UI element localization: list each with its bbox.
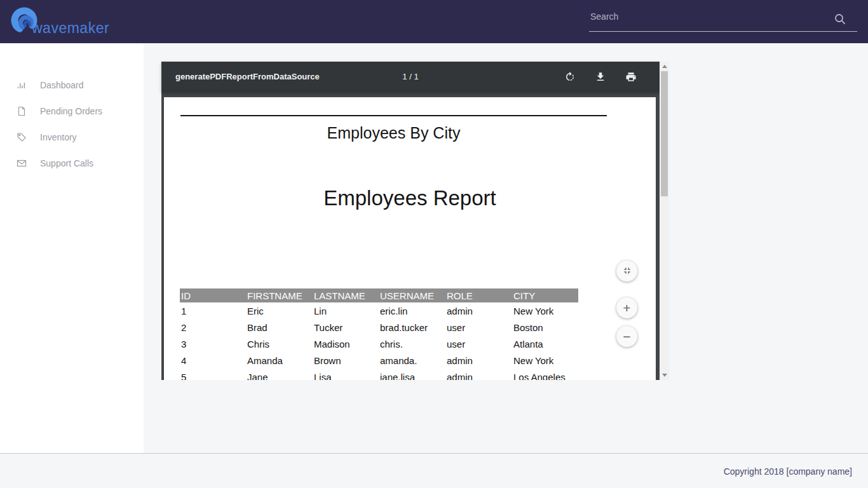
cell-id: 2 bbox=[180, 319, 246, 336]
search-icon[interactable] bbox=[833, 12, 847, 26]
cell-city: Boston bbox=[512, 319, 578, 336]
page-footer: Copyright 2018 [company name] bbox=[0, 453, 868, 488]
cell-lastname: Brown bbox=[313, 352, 379, 369]
cell-city: Los Angeles bbox=[512, 369, 578, 380]
scrollbar-thumb[interactable] bbox=[661, 71, 668, 196]
column-header: CITY bbox=[512, 288, 578, 302]
cell-firstname: Eric bbox=[246, 302, 313, 319]
sidebar-item-support-calls[interactable]: Support Calls bbox=[0, 150, 144, 176]
pdf-viewer: 1 / 1 generatePDFReportFromDataSource bbox=[161, 62, 669, 380]
print-icon[interactable] bbox=[625, 71, 637, 83]
column-header: FIRSTNAME bbox=[246, 288, 313, 302]
document-icon bbox=[17, 106, 27, 116]
cell-city: Atlanta bbox=[512, 336, 578, 352]
cell-lastname: Tucker bbox=[313, 319, 379, 336]
fit-page-icon bbox=[622, 264, 632, 278]
sidebar-item-label: Support Calls bbox=[40, 158, 93, 168]
plus-icon: + bbox=[623, 301, 630, 315]
table-header-row: ID FIRSTNAME LASTNAME USERNAME ROLE CITY bbox=[180, 288, 578, 302]
cell-username: eric.lin bbox=[379, 302, 445, 319]
column-header: ROLE bbox=[445, 288, 512, 302]
cell-role: admin bbox=[445, 352, 512, 369]
cell-role: user bbox=[445, 336, 512, 352]
cell-lastname: Lisa bbox=[313, 369, 379, 380]
cell-username: jane.lisa bbox=[379, 369, 445, 380]
zoom-in-button[interactable]: + bbox=[616, 297, 637, 318]
table-row: 3 Chris Madison chris. user Atlanta bbox=[180, 336, 578, 352]
search-input[interactable] bbox=[590, 11, 825, 22]
cell-username: chris. bbox=[379, 336, 445, 352]
cell-lastname: Lin bbox=[313, 302, 379, 319]
document-divider bbox=[180, 115, 607, 116]
sidebar-item-inventory[interactable]: Inventory bbox=[0, 124, 144, 150]
mail-icon bbox=[17, 158, 27, 168]
sidebar-item-label: Pending Orders bbox=[40, 106, 102, 116]
tag-icon bbox=[17, 132, 27, 142]
cell-id: 4 bbox=[180, 352, 246, 369]
column-header: LASTNAME bbox=[313, 288, 379, 302]
table-row: 1 Eric Lin eric.lin admin New York bbox=[180, 302, 578, 319]
cell-username: amanda. bbox=[379, 352, 445, 369]
bar-chart-icon bbox=[17, 80, 27, 90]
sidebar-nav: Dashboard Pending Orders Inventory Suppo… bbox=[0, 43, 144, 453]
main-content: 1 / 1 generatePDFReportFromDataSource bbox=[144, 43, 868, 453]
sidebar-item-label: Dashboard bbox=[40, 80, 84, 90]
pdf-toolbar: 1 / 1 generatePDFReportFromDataSource bbox=[161, 62, 660, 92]
zoom-out-button[interactable]: − bbox=[616, 326, 637, 347]
cell-firstname: Chris bbox=[246, 336, 313, 352]
cell-lastname: Madison bbox=[313, 336, 379, 352]
copyright-text: Copyright 2018 [company name] bbox=[724, 466, 852, 477]
scroll-up-icon[interactable] bbox=[660, 62, 669, 71]
rotate-icon[interactable] bbox=[564, 71, 576, 83]
pdf-page: Employees By City Employees Report ID FI… bbox=[164, 97, 656, 380]
column-header: ID bbox=[180, 288, 246, 302]
cell-id: 3 bbox=[180, 336, 246, 352]
scroll-down-icon[interactable] bbox=[660, 370, 669, 380]
brand-name: wavemaker bbox=[32, 20, 109, 37]
cell-role: admin bbox=[445, 369, 512, 380]
cell-firstname: Brad bbox=[246, 319, 313, 336]
cell-role: admin bbox=[445, 302, 512, 319]
employees-table: ID FIRSTNAME LASTNAME USERNAME ROLE CITY… bbox=[180, 288, 578, 380]
table-row: 4 Amanda Brown amanda. admin New York bbox=[180, 352, 578, 369]
viewer-scrollbar[interactable] bbox=[660, 62, 669, 380]
cell-username: brad.tucker bbox=[379, 319, 445, 336]
column-header: USERNAME bbox=[379, 288, 445, 302]
app-logo: wavemaker bbox=[9, 6, 109, 39]
cell-city: New York bbox=[512, 352, 578, 369]
cell-city: New York bbox=[512, 302, 578, 319]
pdf-title: generatePDFReportFromDataSource bbox=[175, 62, 320, 92]
sidebar-item-pending-orders[interactable]: Pending Orders bbox=[0, 98, 144, 124]
sidebar-item-label: Inventory bbox=[40, 132, 77, 142]
table-row: 5 Jane Lisa jane.lisa admin Los Angeles bbox=[180, 369, 578, 380]
search-field bbox=[589, 8, 857, 32]
download-icon[interactable] bbox=[595, 71, 606, 83]
table-row: 2 Brad Tucker brad.tucker user Boston bbox=[180, 319, 578, 336]
app-header: wavemaker bbox=[0, 0, 868, 43]
minus-icon: − bbox=[623, 330, 630, 343]
fit-page-button[interactable] bbox=[616, 261, 637, 281]
cell-firstname: Amanda bbox=[246, 352, 313, 369]
document-section-title: Employees By City bbox=[180, 124, 607, 142]
pdf-toolbar-actions bbox=[564, 71, 637, 83]
document-report-title: Employees Report bbox=[164, 186, 656, 210]
cell-id: 1 bbox=[180, 302, 246, 319]
sidebar-item-dashboard[interactable]: Dashboard bbox=[0, 72, 144, 98]
cell-id: 5 bbox=[180, 369, 246, 380]
cell-firstname: Jane bbox=[246, 369, 313, 380]
cell-role: user bbox=[445, 319, 512, 336]
